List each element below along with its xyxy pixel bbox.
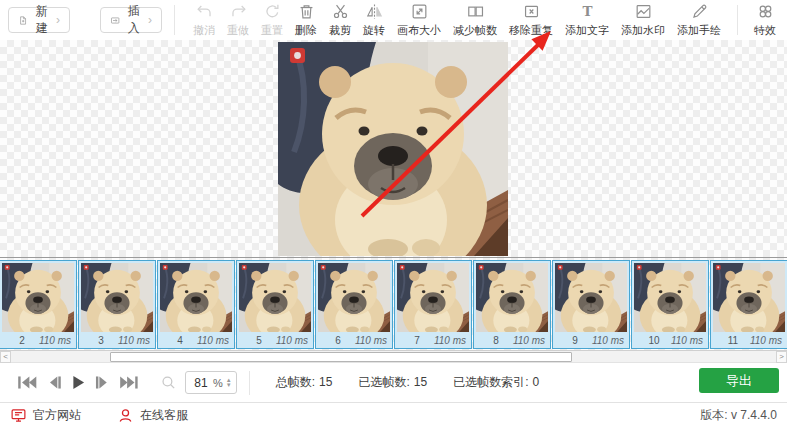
export-button[interactable]: 导出 (699, 368, 779, 393)
toolbar-tool-add-drawing[interactable]: 添加手绘 (671, 2, 727, 38)
frame-duration: 110 ms (592, 335, 624, 346)
footer: 官方网站 在线客服 版本: v 7.4.4.0 (0, 402, 787, 428)
frame-cell[interactable]: 4 110 ms (157, 260, 235, 349)
scrollbar-thumb[interactable] (110, 352, 572, 362)
flip-icon (365, 2, 384, 21)
toolbar-divider (174, 5, 175, 35)
frame-thumbnail (239, 263, 311, 332)
frame-thumbnail (397, 263, 469, 332)
toolbar-tool-canvas-size[interactable]: 画布大小 (391, 2, 447, 38)
insert-button[interactable]: 插入 › (100, 7, 162, 33)
canvas-image[interactable] (278, 42, 508, 256)
toolbar-tool-remove-duplicate[interactable]: 移除重复 (503, 2, 559, 38)
new-button-label: 新建 (33, 3, 50, 37)
frame-number: 4 (163, 335, 197, 346)
frame-duration: 110 ms (671, 335, 703, 346)
zoom-level-control: % ▲ ▼ (185, 371, 237, 394)
scroll-left-arrow[interactable]: < (0, 351, 11, 363)
frame-number: 6 (321, 335, 355, 346)
new-button[interactable]: 新建 › (8, 7, 70, 33)
scissors-icon (331, 2, 350, 21)
zoom-percent-label: % (213, 377, 223, 389)
frame-thumbnail (555, 263, 627, 332)
zoom-input[interactable] (190, 376, 212, 390)
reset-icon (263, 2, 282, 21)
frame-number: 2 (5, 335, 39, 346)
frame-cell[interactable]: 2 110 ms (0, 260, 77, 349)
frame-cell[interactable]: 6 110 ms (315, 260, 393, 349)
frame-duration: 110 ms (434, 335, 466, 346)
frame-thumbnail (2, 263, 74, 332)
frame-number: 5 (242, 335, 276, 346)
selected-frame-index-stat: 已选帧数索引:0 (453, 374, 539, 391)
frame-number: 3 (84, 335, 118, 346)
frame-duration: 110 ms (197, 335, 229, 346)
frame-cell[interactable]: 9 110 ms (552, 260, 630, 349)
toolbar-tool-add-text[interactable]: 添加文字 (559, 2, 615, 38)
controls-divider (249, 371, 250, 395)
controls-bar: % ▲ ▼ 总帧数:15 已选帧数:15 已选帧数索引:0 导出 (0, 363, 787, 402)
skip-end-icon (119, 376, 139, 389)
official-website-link[interactable]: 官方网站 (10, 407, 81, 424)
next-frame-button[interactable] (90, 375, 114, 391)
redo-icon (229, 2, 248, 21)
frame-timeline: 2 110 ms 3 110 ms 4 110 ms 5 110 ms (0, 257, 787, 350)
frame-thumbnail (634, 263, 706, 332)
zoom-decrease-button[interactable]: ▼ (225, 383, 233, 388)
person-icon (117, 407, 134, 424)
toolbar-right-group: 特效 延时 (748, 2, 787, 38)
chevron-right-icon: › (148, 13, 152, 27)
toolbar-tool-undo[interactable]: 撤消 (187, 2, 221, 38)
online-support-link[interactable]: 在线客服 (117, 407, 188, 424)
toolbar-divider (737, 5, 738, 35)
frame-duration: 110 ms (118, 335, 150, 346)
timeline-scrollbar[interactable]: < > (0, 350, 787, 363)
last-frame-button[interactable] (114, 375, 144, 391)
frame-thumbnail (81, 263, 153, 332)
toolbar-tool-rotate[interactable]: 旋转 (357, 2, 391, 38)
online-support-label: 在线客服 (140, 407, 188, 424)
reduce-icon (466, 2, 485, 21)
step-back-icon (48, 376, 62, 389)
canvas-area (0, 40, 787, 257)
toolbar-tool-delay[interactable]: 延时 (782, 2, 787, 38)
previous-frame-button[interactable] (43, 375, 67, 391)
toolbar-tool-reset[interactable]: 重置 (255, 2, 289, 38)
scroll-right-arrow[interactable]: > (776, 351, 787, 363)
frame-stats: 总帧数:15 已选帧数:15 已选帧数索引:0 (276, 374, 539, 391)
zoom-magnifier-icon (160, 374, 177, 391)
toolbar-tool-effects[interactable]: 特效 (748, 2, 782, 38)
trash-icon (297, 2, 316, 21)
frame-thumbnail (476, 263, 548, 332)
play-button[interactable] (67, 375, 90, 391)
frame-number: 7 (400, 335, 434, 346)
toolbar-tool-crop[interactable]: 裁剪 (323, 2, 357, 38)
frame-number: 9 (558, 335, 592, 346)
toolbar-tool-redo[interactable]: 重做 (221, 2, 255, 38)
insert-button-label: 插入 (125, 3, 142, 37)
frame-duration: 110 ms (750, 335, 782, 346)
frame-number: 10 (637, 335, 671, 346)
step-forward-icon (95, 376, 109, 389)
frame-cell[interactable]: 7 110 ms (394, 260, 472, 349)
frame-cell[interactable]: 10 110 ms (631, 260, 709, 349)
selected-frames-stat: 已选帧数:15 (358, 374, 427, 391)
frame-cell[interactable]: 11 110 ms (710, 260, 787, 349)
frame-cell[interactable]: 8 110 ms (473, 260, 551, 349)
insert-icon (110, 13, 120, 28)
undo-icon (195, 2, 214, 21)
frame-duration: 110 ms (355, 335, 387, 346)
play-icon (72, 376, 85, 389)
first-frame-button[interactable] (12, 375, 43, 391)
toolbar-tool-delete[interactable]: 删除 (289, 2, 323, 38)
resize-icon (410, 2, 429, 21)
frame-cell[interactable]: 3 110 ms (78, 260, 156, 349)
watermark-icon (634, 2, 653, 21)
pencil-icon (690, 2, 709, 21)
removedup-icon (522, 2, 541, 21)
toolbar-tool-reduce-frames[interactable]: 减少帧数 (447, 2, 503, 38)
frame-number: 8 (479, 335, 513, 346)
toolbar: 新建 › 插入 › 撤消 重做 重置 删除 裁剪 旋转 画布大小 减少帧数 移除… (0, 0, 787, 40)
frame-cell[interactable]: 5 110 ms (236, 260, 314, 349)
toolbar-tool-add-watermark[interactable]: 添加水印 (615, 2, 671, 38)
